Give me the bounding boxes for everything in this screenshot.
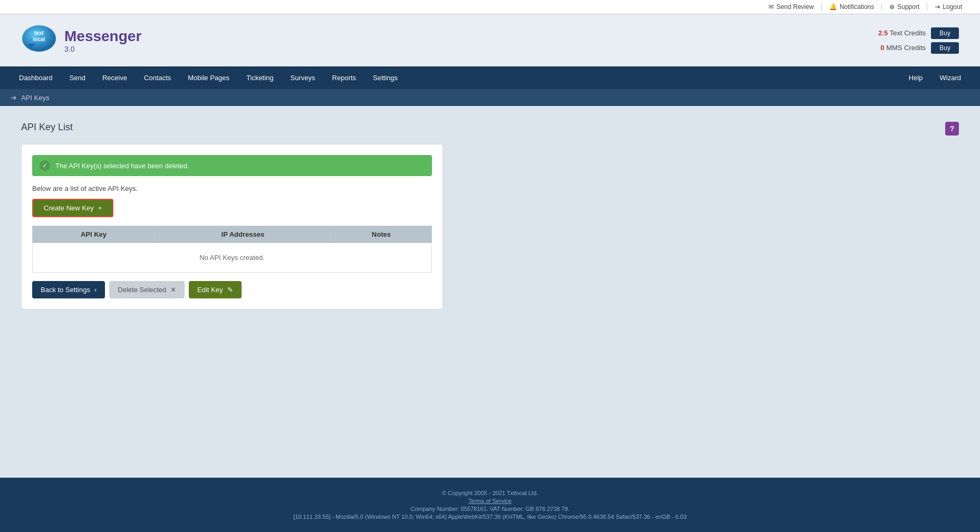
back-label: Back to Settings bbox=[41, 286, 90, 294]
chevron-left-icon: ‹ bbox=[94, 286, 97, 294]
edit-key-button[interactable]: Edit Key ✎ bbox=[189, 281, 241, 298]
content-box: ✓ The API Key(s) selected have been dele… bbox=[21, 144, 443, 309]
delete-label: Delete Selected bbox=[118, 286, 166, 294]
support-label: Support bbox=[897, 3, 919, 11]
mms-credits-amount: 0 bbox=[880, 44, 884, 52]
page-header: API Key List ? bbox=[21, 122, 959, 136]
text-credits-label: Text Credits bbox=[890, 29, 926, 37]
nav-wizard[interactable]: Wizard bbox=[931, 66, 969, 89]
delete-selected-button[interactable]: Delete Selected ✕ bbox=[109, 281, 185, 298]
nav-ticketing[interactable]: Ticketing bbox=[238, 66, 282, 89]
nav-settings[interactable]: Settings bbox=[364, 66, 406, 89]
no-keys-row: No API Keys created. bbox=[33, 243, 432, 273]
top-bar: ✉ Send Review 🔔 Notifications ⊕ Support … bbox=[0, 0, 980, 14]
notifications-label: Notifications bbox=[840, 3, 874, 11]
check-icon: ✓ bbox=[40, 160, 50, 171]
logout-label: Logout bbox=[943, 3, 962, 11]
back-to-settings-button[interactable]: Back to Settings ‹ bbox=[32, 281, 105, 298]
main-content: API Key List ? ✓ The API Key(s) selected… bbox=[0, 106, 980, 325]
header: text local Messenger 3.0 2.5 Text Credit… bbox=[0, 14, 980, 66]
pencil-icon: ✎ bbox=[227, 286, 233, 294]
nav-help[interactable]: Help bbox=[900, 66, 931, 89]
breadcrumb: API Keys bbox=[21, 94, 49, 102]
help-button[interactable]: ? bbox=[945, 122, 959, 136]
col-notes: Notes bbox=[331, 226, 431, 243]
text-credits-amount: 2.5 bbox=[878, 29, 888, 37]
create-key-label: Create New Key bbox=[44, 204, 94, 212]
send-review-link[interactable]: ✉ Send Review bbox=[761, 3, 821, 11]
action-buttons: Back to Settings ‹ Delete Selected ✕ Edi… bbox=[32, 281, 432, 298]
nav-mobile-pages[interactable]: Mobile Pages bbox=[179, 66, 238, 89]
nav-surveys[interactable]: Surveys bbox=[282, 66, 324, 89]
svg-text:text: text bbox=[34, 30, 44, 36]
alert-message: The API Key(s) selected have been delete… bbox=[55, 162, 189, 170]
buy-text-credits-button[interactable]: Buy bbox=[931, 27, 959, 39]
breadcrumb-bar: ➜ API Keys bbox=[0, 89, 980, 106]
success-alert: ✓ The API Key(s) selected have been dele… bbox=[32, 155, 432, 176]
nav-receive[interactable]: Receive bbox=[94, 66, 136, 89]
close-icon: ✕ bbox=[170, 286, 176, 294]
support-link[interactable]: ⊕ Support bbox=[881, 3, 927, 11]
buy-mms-credits-button[interactable]: Buy bbox=[931, 42, 959, 54]
send-review-label: Send Review bbox=[776, 3, 814, 11]
logo-icon: text local bbox=[21, 24, 57, 57]
credits-area: 2.5 Text Credits Buy 0 MMS Credits Buy bbox=[878, 27, 959, 54]
logout-link[interactable]: ⇥ Logout bbox=[927, 3, 969, 11]
svg-text:local: local bbox=[33, 36, 45, 42]
plus-icon: + bbox=[98, 204, 102, 212]
logout-icon: ⇥ bbox=[935, 3, 940, 11]
app-name: Messenger bbox=[64, 28, 141, 45]
below-text: Below are a list of active API Keys. bbox=[32, 185, 432, 192]
logo-area: text local Messenger 3.0 bbox=[21, 24, 141, 57]
col-api-key: API Key bbox=[33, 226, 155, 243]
no-keys-message: No API Keys created. bbox=[33, 243, 432, 273]
nav-bar: Dashboard Send Receive Contacts Mobile P… bbox=[0, 66, 980, 89]
bell-icon: 🔔 bbox=[829, 3, 837, 11]
app-title: Messenger 3.0 bbox=[64, 28, 141, 53]
mms-credits-label: MMS Credits bbox=[886, 44, 926, 52]
text-credits-info: 2.5 Text Credits bbox=[878, 29, 926, 37]
edit-label: Edit Key bbox=[197, 286, 223, 294]
envelope-icon: ✉ bbox=[768, 3, 774, 11]
create-new-key-button[interactable]: Create New Key + bbox=[32, 199, 113, 217]
nav-reports[interactable]: Reports bbox=[324, 66, 365, 89]
breadcrumb-arrow-icon: ➜ bbox=[11, 93, 17, 102]
nav-dashboard[interactable]: Dashboard bbox=[11, 66, 61, 89]
text-credits-row: 2.5 Text Credits Buy bbox=[878, 27, 959, 39]
api-keys-table: API Key IP Addresses Notes No API Keys c… bbox=[32, 226, 432, 273]
nav-contacts[interactable]: Contacts bbox=[136, 66, 179, 89]
mms-credits-info: 0 MMS Credits bbox=[880, 44, 926, 52]
app-version: 3.0 bbox=[64, 45, 141, 53]
support-icon: ⊕ bbox=[889, 3, 895, 11]
notifications-link[interactable]: 🔔 Notifications bbox=[821, 3, 881, 11]
page-title: API Key List bbox=[21, 122, 73, 133]
col-ip-addresses: IP Addresses bbox=[155, 226, 331, 243]
nav-send[interactable]: Send bbox=[61, 66, 94, 89]
mms-credits-row: 0 MMS Credits Buy bbox=[880, 42, 959, 54]
